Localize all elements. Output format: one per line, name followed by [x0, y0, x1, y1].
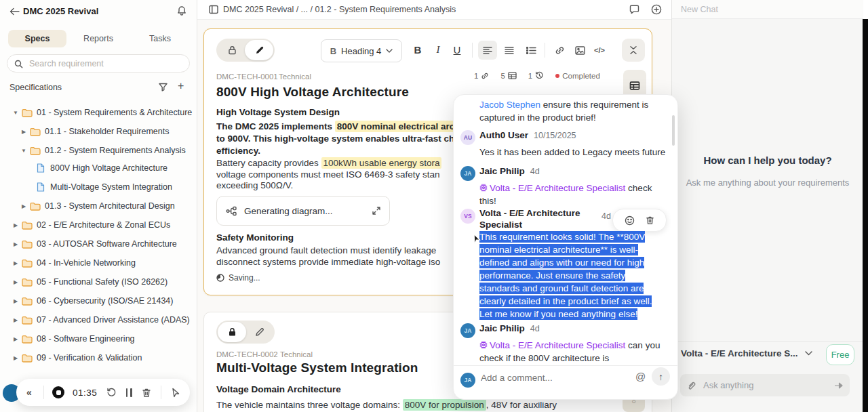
sidebar-item-01[interactable]: ▼01 - System Requirements & Architecture: [0, 103, 209, 122]
sidebar-item-05[interactable]: ▶05 - Functional Safety (ISO 26262): [0, 272, 209, 291]
folder-icon: [30, 146, 41, 155]
caret-right-icon[interactable]: ▶: [20, 129, 27, 135]
edit-pencil-icon[interactable]: [245, 40, 273, 60]
history-count[interactable]: 1: [528, 71, 544, 80]
emoji-reaction-icon[interactable]: [625, 215, 635, 226]
sidebar-item-07[interactable]: ▶07 - Advanced Driver Assistance (ADAS): [0, 310, 209, 329]
bold-button[interactable]: B: [409, 44, 427, 56]
caret-right-icon[interactable]: ▶: [12, 317, 19, 323]
generating-diagram-card[interactable]: Generating diagram...: [216, 196, 390, 226]
avatar: JA: [460, 166, 475, 181]
add-comment-input[interactable]: [479, 372, 625, 384]
agent-mention[interactable]: Volta - E/E Architecture Specialist: [490, 340, 625, 350]
caret-right-icon[interactable]: ▶: [12, 298, 19, 304]
status-badge[interactable]: Completed: [555, 72, 600, 80]
agent-mention[interactable]: Volta - E/E Architecture Specialist: [490, 183, 625, 193]
folder-icon: [22, 316, 33, 325]
underline-button[interactable]: U: [448, 44, 466, 56]
sidebar-item-800v-doc[interactable]: 800V High Voltage Architecture: [0, 159, 229, 178]
edit-pencil-icon[interactable]: [245, 322, 273, 342]
sidebar-item-08[interactable]: ▶08 - Software Engineering: [0, 329, 209, 348]
tab-specs[interactable]: Specs: [8, 30, 66, 47]
link-button[interactable]: [550, 41, 569, 60]
filter-icon[interactable]: [159, 83, 167, 91]
pause-icon[interactable]: [120, 384, 138, 401]
caret-right-icon[interactable]: ▶: [12, 336, 19, 342]
image-button[interactable]: [570, 41, 589, 60]
sidebar-item-01-1[interactable]: ▶01.1 - Stakeholder Requirements: [0, 122, 217, 141]
tab-tasks[interactable]: Tasks: [139, 30, 181, 47]
comment-author: Volta - E/E Architecture Specialist: [479, 207, 600, 230]
caret-right-icon[interactable]: ▶: [12, 279, 19, 285]
italic-button[interactable]: I: [429, 44, 447, 56]
pointer-tool-icon[interactable]: [167, 384, 184, 401]
requirement-id: DMC-TECH-0002: [216, 350, 278, 358]
plan-badge[interactable]: Free: [826, 344, 854, 365]
sidebar-item-multivoltage-doc[interactable]: Multi-Voltage System Integration: [0, 178, 229, 197]
sidebar-item-04[interactable]: ▶04 - In-Vehicle Networking: [0, 253, 209, 272]
align-justify-button[interactable]: [500, 41, 519, 60]
bell-icon[interactable]: [176, 5, 187, 16]
ai-chat-panel: New Chat How can I help you today? Ask m…: [671, 0, 863, 412]
heading-style-dropdown[interactable]: B Heading 4: [321, 39, 402, 62]
breadcrumb[interactable]: DMC 2025 Revival / ... / 01.2 - System R…: [223, 0, 456, 19]
back-arrow-icon[interactable]: [9, 7, 20, 16]
submit-comment-button[interactable]: ↑: [652, 367, 670, 386]
generating-diagram-label: Generating diagram...: [244, 206, 366, 216]
add-circle-icon[interactable]: [651, 4, 662, 15]
paragraph-style-icon: B: [330, 46, 336, 56]
bullet-list-button[interactable]: [521, 41, 540, 60]
delete-comment-icon[interactable]: [646, 215, 654, 225]
agent-chip-icon: [479, 341, 488, 349]
doc1-paragraph-line: efficiency.: [216, 146, 260, 156]
sidebar-item-03[interactable]: ▶03 - AUTOSAR Software Architecture: [0, 234, 209, 253]
caret-down-icon[interactable]: ▼: [20, 148, 27, 154]
sidebar-item-01-3[interactable]: ▶01.3 - System Architectural Design: [0, 197, 217, 215]
restart-icon[interactable]: [102, 384, 120, 401]
links-count[interactable]: 1: [474, 72, 489, 80]
lock-icon[interactable]: [218, 40, 246, 60]
panel-toggle-icon[interactable]: [209, 5, 218, 14]
attach-icon[interactable]: [687, 381, 696, 390]
tables-count[interactable]: 5: [500, 72, 516, 80]
doc1-section1-heading: High Voltage System Design: [216, 107, 340, 117]
record-stop-icon[interactable]: [50, 384, 67, 401]
expand-icon[interactable]: [372, 207, 380, 215]
ask-anything-input[interactable]: [702, 379, 829, 391]
caret-down-icon[interactable]: ▼: [12, 110, 19, 116]
caret-right-icon[interactable]: ▶: [20, 203, 27, 209]
caret-right-icon[interactable]: ▶: [12, 222, 19, 228]
send-icon[interactable]: [834, 382, 843, 390]
tab-reports[interactable]: Reports: [76, 30, 121, 47]
caret-right-icon[interactable]: ▶: [12, 355, 19, 361]
delete-recording-icon[interactable]: [138, 384, 155, 401]
lock-icon[interactable]: [218, 322, 246, 342]
agent-selector[interactable]: Volta - E/E Architecture S...: [681, 348, 812, 358]
search-box[interactable]: [7, 54, 190, 73]
recording-time: 01:35: [73, 388, 97, 398]
code-button[interactable]: </>: [589, 43, 610, 58]
comment-body: Jacob Stephen ensure this requirement is…: [479, 98, 669, 124]
sidebar-item-09[interactable]: ▶09 - Verification & Validation: [0, 348, 209, 367]
scrollbar[interactable]: [672, 115, 675, 146]
sidebar-item-02[interactable]: ▶02 - E/E Architecture & Zonal ECUs: [0, 215, 209, 234]
lock-edit-toggle[interactable]: [216, 39, 275, 62]
collapse-left-icon[interactable]: «: [20, 384, 38, 401]
sidebar-item-01-2[interactable]: ▼01.2 - System Requirements Analysis: [0, 141, 217, 160]
search-input[interactable]: [28, 58, 176, 69]
collapse-toolbar-button[interactable]: [622, 39, 645, 62]
mention-at-icon[interactable]: @: [635, 371, 646, 382]
divider: [472, 43, 473, 58]
add-spec-icon[interactable]: +: [178, 80, 184, 92]
align-left-button[interactable]: [478, 41, 497, 60]
user-mention[interactable]: Jacob Stephen: [479, 100, 540, 110]
comment-body-selected: This requirement looks solid! The **800V…: [479, 230, 657, 321]
comments-icon[interactable]: [629, 5, 639, 14]
chat-input-box[interactable]: [680, 374, 850, 396]
caret-right-icon[interactable]: ▶: [12, 260, 19, 266]
caret-right-icon[interactable]: ▶: [12, 241, 19, 247]
avatar: VS: [460, 209, 475, 224]
sidebar-item-06[interactable]: ▶06 - Cybersecurity (ISO/SAE 21434): [0, 291, 209, 310]
lock-edit-toggle[interactable]: [216, 321, 275, 344]
comment-author: Jaic Philip4d: [479, 323, 540, 333]
